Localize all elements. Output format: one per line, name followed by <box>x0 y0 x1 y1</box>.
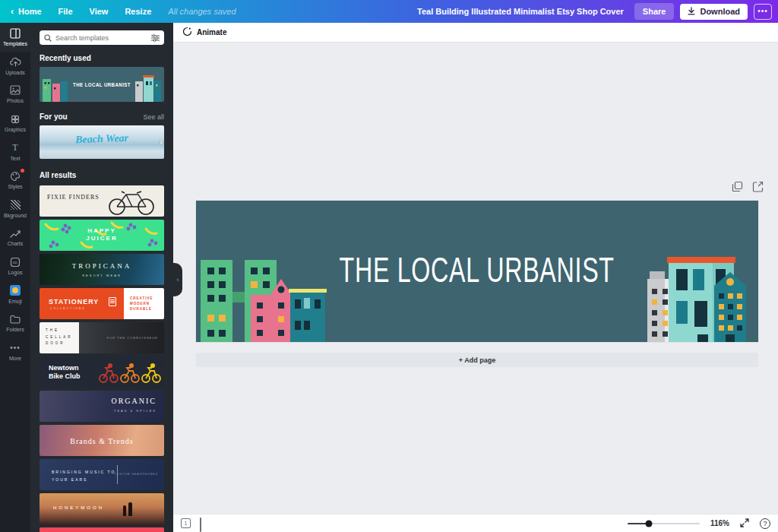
search-input[interactable] <box>55 34 147 42</box>
cyclists-illustration <box>99 361 161 384</box>
template-thumb-happy-juicer[interactable]: HAPPY JUICER <box>40 220 164 251</box>
template-thumb-brands-trends[interactable]: Brands & Trends <box>40 425 164 456</box>
bicycle-illustration <box>94 187 163 215</box>
design-page-canvas[interactable]: THE LOCAL URBANIST <box>196 201 758 342</box>
sidebar-item-templates[interactable]: Templates <box>0 23 30 52</box>
see-all-link[interactable]: See all <box>143 113 164 121</box>
sidebar-item-folders[interactable]: Folders <box>0 309 30 337</box>
notepad-icon <box>109 297 116 306</box>
template-thumb-tropicana[interactable]: TROPICANA RESORT WEAR <box>40 254 164 285</box>
sidebar-item-background[interactable]: Bkground <box>0 195 30 223</box>
design-title-text[interactable]: THE LOCAL URBANIST <box>196 249 758 290</box>
notes-icon[interactable] <box>200 518 210 528</box>
panel-collapse-handle[interactable]: ‹ <box>173 263 182 296</box>
text-icon: T <box>10 142 21 154</box>
svg-text:co.: co. <box>13 260 18 264</box>
template-thumb-red-frame[interactable] <box>40 527 164 532</box>
zoom-level[interactable]: 116% <box>710 519 729 527</box>
zoom-slider-knob[interactable] <box>646 520 653 527</box>
sidebar-item-photos[interactable]: Photos <box>0 80 30 109</box>
page-list-icon[interactable]: 1 <box>181 518 191 528</box>
recently-used-heading: Recently used <box>40 54 164 62</box>
animate-button[interactable]: Animate <box>182 27 226 38</box>
canvas-zone: THE LOCAL URBANIST + Add page <box>173 43 778 514</box>
carousel-next-chevron-icon[interactable]: › <box>157 133 164 151</box>
template-thumb-bringing-music[interactable]: BRINGING MUSIC TO YOUR EARS CUSTOM HEADP… <box>40 459 164 490</box>
recent-thumb-title: THE LOCAL URBANIST <box>73 81 131 88</box>
menu-view[interactable]: View <box>90 7 109 16</box>
filter-sliders-icon[interactable] <box>151 31 160 45</box>
help-icon[interactable]: ? <box>760 518 770 529</box>
sidebar-item-graphics[interactable]: Graphics <box>0 109 30 138</box>
new-page-icon[interactable] <box>752 181 764 192</box>
sidebar-item-text[interactable]: T Text <box>0 137 30 166</box>
search-box <box>40 30 164 45</box>
emoji-icon <box>10 285 21 296</box>
page-actions <box>732 181 764 192</box>
template-thumb-fixie-finders[interactable]: Fixie Finders <box>40 185 164 217</box>
autosave-status: All changes saved <box>168 7 236 16</box>
logo-badge-icon: co. <box>10 256 21 268</box>
sidebar-rail: Templates Uploads Photos Graphics T Text… <box>0 23 30 532</box>
home-button[interactable]: ‹ Home <box>11 6 42 17</box>
sidebar-item-emoji[interactable]: Emoji <box>0 280 30 309</box>
background-pattern-icon <box>10 199 21 211</box>
collapse-chevron-icon: ‹ <box>177 276 179 283</box>
palette-icon <box>10 170 21 182</box>
upload-cloud-icon <box>10 56 21 68</box>
document-title[interactable]: Teal Building Illustrated Minimalist Ets… <box>417 7 624 16</box>
for-you-heading: For you <box>40 112 68 121</box>
template-results-list: Fixie Finders HAPPY JUICER <box>40 185 164 532</box>
animate-icon <box>182 27 192 38</box>
template-thumb-cellar-door[interactable]: THE CELLAR DOOR FOR THE CONNOISSEUR <box>40 322 164 353</box>
context-toolbar: Animate <box>173 23 778 43</box>
more-options-button[interactable]: ••• <box>754 4 772 20</box>
zoom-slider[interactable] <box>628 520 700 527</box>
sidebar-item-uploads[interactable]: Uploads <box>0 52 30 81</box>
status-bar: 1 116% ? <box>173 514 778 532</box>
all-results-heading: All results <box>40 171 164 179</box>
folder-icon <box>10 313 21 325</box>
fullscreen-icon[interactable] <box>740 517 749 530</box>
workspace: Animate <box>173 23 778 532</box>
add-page-button[interactable]: + Add page <box>196 353 758 367</box>
notification-dot <box>21 169 24 173</box>
more-dots-icon: ••• <box>10 342 21 353</box>
template-thumb-stationery[interactable]: STATIONERY COLLECTIONS CREATIVE MODERN D… <box>40 288 164 319</box>
couple-silhouette <box>128 502 132 516</box>
template-thumb-newtown-bike-club[interactable]: Newtown Bike Club <box>40 356 164 388</box>
search-icon <box>44 31 52 45</box>
duplicate-page-icon[interactable] <box>732 181 743 192</box>
download-icon <box>688 7 695 17</box>
template-thumb-honeymoon[interactable]: HONEYMOON <box>40 493 164 524</box>
top-bar: ‹ Home File View Resize All changes save… <box>0 0 778 23</box>
template-thumb-organic[interactable]: ORGANIC TEAS & SPICES <box>40 391 164 422</box>
chart-line-icon <box>10 227 21 239</box>
templates-icon <box>10 27 21 39</box>
menu-file[interactable]: File <box>59 7 73 16</box>
sidebar-item-more[interactable]: ••• More <box>0 337 30 366</box>
back-chevron-icon: ‹ <box>11 6 14 17</box>
template-thumb-beach-wear[interactable]: Beach Wear › <box>40 125 164 159</box>
sidebar-item-styles[interactable]: Styles <box>0 166 30 195</box>
shapes-icon <box>10 113 21 125</box>
ellipsis-icon: ••• <box>757 7 768 15</box>
share-button[interactable]: Share <box>634 3 675 20</box>
sidebar-item-charts[interactable]: Charts <box>0 223 30 252</box>
template-thumb-recent-local-urbanist[interactable]: THE LOCAL URBANIST <box>40 67 164 102</box>
photo-icon <box>10 84 21 96</box>
beach-wear-title: Beach Wear <box>75 132 128 146</box>
home-label: Home <box>18 7 42 16</box>
download-button[interactable]: Download <box>680 4 748 20</box>
menu-resize[interactable]: Resize <box>125 7 151 16</box>
templates-panel: Recently used THE LOCAL URBANIST For you… <box>30 23 173 532</box>
sidebar-item-logos[interactable]: co. Logos <box>0 252 30 280</box>
